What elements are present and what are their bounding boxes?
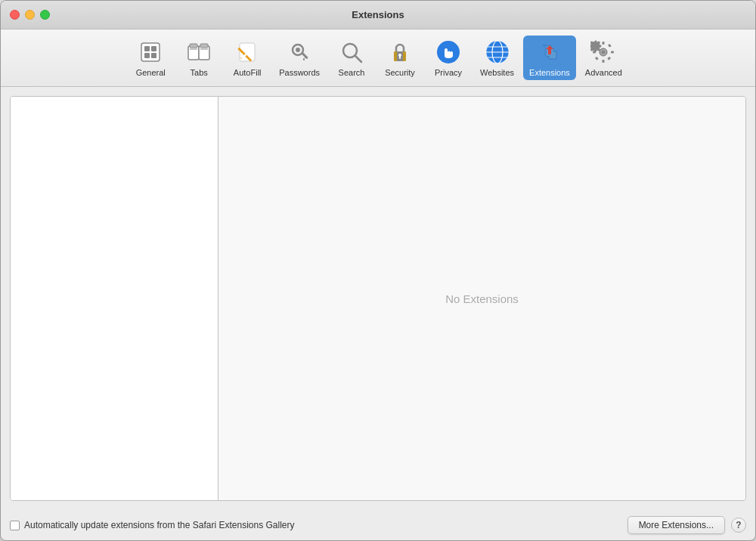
svg-rect-4 — [151, 53, 156, 58]
svg-rect-1 — [144, 46, 150, 51]
minimize-button[interactable] — [25, 10, 35, 20]
svg-rect-6 — [199, 46, 209, 60]
tabs-icon — [185, 39, 212, 66]
window-title: Extensions — [352, 9, 404, 20]
svg-point-16 — [296, 48, 300, 52]
privacy-icon — [435, 39, 462, 66]
extensions-list-panel — [11, 97, 218, 500]
auto-update-container[interactable]: Automatically update extensions from the… — [10, 520, 295, 530]
general-icon — [137, 39, 164, 66]
close-button[interactable] — [10, 10, 20, 20]
svg-rect-3 — [151, 46, 156, 51]
svg-rect-5 — [188, 46, 199, 60]
svg-rect-40 — [593, 51, 596, 54]
security-label: Security — [385, 68, 415, 77]
svg-rect-45 — [595, 57, 599, 60]
tab-security[interactable]: Security — [377, 36, 423, 80]
search-label: Search — [339, 68, 365, 77]
tab-privacy[interactable]: Privacy — [426, 36, 471, 80]
tab-extensions[interactable]: Extensions — [523, 36, 576, 80]
tab-websites[interactable]: Websites — [474, 36, 520, 80]
tab-general[interactable]: General — [128, 36, 173, 80]
svg-rect-2 — [144, 53, 150, 58]
tab-advanced[interactable]: Advanced — [579, 36, 628, 80]
svg-rect-25 — [394, 51, 397, 61]
svg-rect-44 — [608, 44, 612, 48]
no-extensions-label: No Extensions — [445, 292, 519, 305]
extensions-detail-panel: No Extensions — [218, 97, 745, 500]
passwords-label: Passwords — [279, 68, 320, 77]
autofill-label: AutoFill — [234, 68, 262, 77]
websites-label: Websites — [480, 68, 514, 77]
svg-point-37 — [602, 51, 606, 54]
extensions-label: Extensions — [529, 68, 570, 77]
svg-rect-10 — [200, 44, 208, 48]
advanced-icon — [590, 39, 617, 66]
bottom-bar: Automatically update extensions from the… — [1, 510, 755, 540]
titlebar: Extensions — [1, 1, 755, 29]
tab-tabs[interactable]: Tabs — [176, 36, 222, 80]
search-icon — [338, 39, 365, 66]
svg-rect-18 — [305, 56, 306, 58]
svg-rect-38 — [603, 42, 605, 45]
main-content: No Extensions — [1, 87, 755, 510]
svg-rect-26 — [403, 51, 406, 61]
privacy-label: Privacy — [435, 68, 462, 77]
tab-autofill[interactable]: AutoFill — [225, 36, 270, 80]
passwords-icon — [286, 39, 313, 66]
svg-line-21 — [355, 56, 361, 62]
toolbar: General Tabs — [1, 29, 755, 87]
more-extensions-button[interactable]: More Extensions... — [627, 516, 725, 534]
svg-rect-24 — [399, 56, 401, 59]
svg-rect-0 — [141, 43, 160, 61]
svg-rect-9 — [190, 44, 197, 48]
svg-rect-17 — [302, 52, 308, 59]
auto-update-checkbox[interactable] — [10, 521, 20, 530]
auto-update-label: Automatically update extensions from the… — [24, 520, 295, 530]
svg-rect-19 — [303, 58, 305, 60]
svg-rect-41 — [611, 51, 614, 54]
panels: No Extensions — [10, 96, 746, 501]
advanced-label: Advanced — [585, 68, 622, 77]
websites-icon — [484, 39, 511, 66]
autofill-icon — [234, 39, 261, 66]
security-icon — [386, 39, 414, 66]
tab-passwords[interactable]: Passwords — [273, 36, 326, 80]
tabs-label: Tabs — [191, 68, 208, 77]
svg-rect-39 — [603, 60, 605, 63]
general-label: General — [136, 68, 166, 77]
extensions-icon — [536, 39, 563, 66]
svg-rect-43 — [607, 57, 611, 60]
traffic-lights — [10, 10, 50, 20]
tab-search[interactable]: Search — [329, 36, 374, 80]
help-button[interactable]: ? — [731, 518, 746, 533]
window: Extensions General — [0, 0, 756, 541]
maximize-button[interactable] — [40, 10, 50, 20]
